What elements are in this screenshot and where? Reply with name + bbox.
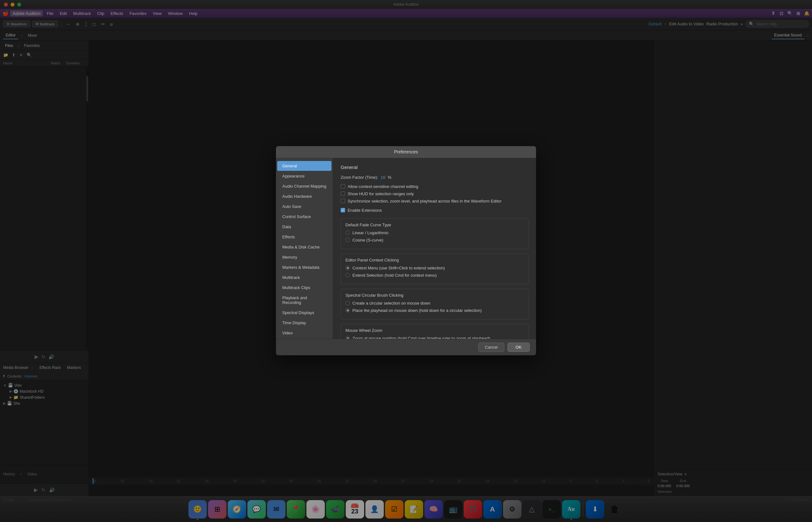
radio-create-circular-btn[interactable] [345,301,350,305]
radio-cosine-btn[interactable] [345,238,350,242]
radio-extend-sel-btn[interactable] [345,273,350,277]
checkbox-ext-label: Enable Extensions [348,208,382,213]
nav-item-multitrack-clips[interactable]: Multitrack Clips [277,283,331,293]
zoom-factor-value[interactable]: 10 [381,175,385,180]
radio-extend-sel: Extend Selection (hold Cmd for context m… [345,273,524,278]
nav-item-time-display[interactable]: Time Display [277,318,331,328]
nav-item-markers-metadata[interactable]: Markers & Metadata [277,262,331,272]
radio-place-playhead-btn[interactable] [345,308,350,313]
dialog-title: Preferences [394,149,418,154]
cancel-button[interactable]: Cancel [478,343,504,352]
nav-item-data[interactable]: Data [277,222,331,232]
nav-item-spectral[interactable]: Spectral Displays [277,308,331,318]
checkbox-enable-ext[interactable] [341,208,345,212]
nav-item-multitrack[interactable]: Multitrack [277,273,331,282]
preferences-dialog: Preferences General Appearance Audio Cha… [276,146,536,355]
zoom-factor-row: Zoom Factor (Time): 10 % [341,175,528,180]
checkbox-ctx-label: Allow context-sensitive channel editing [348,184,418,189]
radio-linear: Linear / Logarithmic [345,230,524,235]
radio-context-menu-label: Context Menu (use Shift+Click to extend … [352,266,445,270]
editor-context-title: Editor Panel Context Clicking [345,258,524,262]
nav-item-media-disk[interactable]: Media & Disk Cache [277,242,331,252]
nav-item-video[interactable]: Video [277,328,331,338]
ok-button[interactable]: OK [507,343,530,352]
checkbox-ctx-channel[interactable] [341,184,345,188]
nav-item-appearance[interactable]: Appearance [277,171,331,181]
nav-item-effects[interactable]: Effects [277,232,331,242]
dialog-footer: Cancel OK [276,339,536,355]
checkbox-sync-sel[interactable] [341,199,345,203]
radio-cosine-label: Cosine (S-curve) [352,238,384,242]
preferences-nav: General Appearance Audio Channel Mapping… [276,158,333,339]
radio-context-menu: Context Menu (use Shift+Click to extend … [345,266,524,270]
nav-item-memory[interactable]: Memory [277,252,331,262]
mouse-wheel-title: Mouse Wheel Zoom [345,328,524,333]
checkbox-sync-label: Synchronize selection, zoom level, and p… [348,199,501,203]
checkbox-row-sync: Synchronize selection, zoom level, and p… [341,199,528,203]
nav-item-general[interactable]: General [277,161,331,171]
nav-item-control-surface[interactable]: Control Surface [277,212,331,222]
pref-section-title: General [341,164,528,170]
zoom-factor-label: Zoom Factor (Time): [341,175,378,180]
radio-zoom-mouse-label: Zoom at mouse position (hold Cmd over ti… [352,336,490,339]
nav-item-audio-hardware[interactable]: Audio Hardware [277,192,331,201]
checkbox-row-hud: Show HUD for selection ranges only [341,192,528,196]
mouse-wheel-group: Mouse Wheel Zoom Zoom at mouse position … [341,324,528,339]
spectral-brush-title: Spectral Circular Brush Clicking [345,293,524,298]
spectral-brush-group: Spectral Circular Brush Clicking Create … [341,289,528,320]
dialog-body: General Appearance Audio Channel Mapping… [276,158,536,339]
fade-curve-title: Default Fade Curve Type [345,222,524,227]
radio-linear-btn[interactable] [345,230,350,235]
preferences-content: General Zoom Factor (Time): 10 % Allow c… [333,158,536,339]
radio-create-circular-label: Create a circular selection on mouse dow… [352,301,430,305]
radio-zoom-mouse-btn[interactable] [345,336,350,339]
dialog-titlebar: Preferences [276,146,536,158]
checkbox-row-ext: Enable Extensions [341,208,528,213]
radio-linear-label: Linear / Logarithmic [352,230,389,235]
checkbox-show-hud[interactable] [341,192,345,196]
nav-item-audio-channel[interactable]: Audio Channel Mapping [277,181,331,191]
editor-context-group: Editor Panel Context Clicking Context Me… [341,254,528,284]
nav-item-playback-recording[interactable]: Playback and Recording [277,293,331,307]
radio-context-menu-btn[interactable] [345,266,350,270]
checkbox-row-ctx: Allow context-sensitive channel editing [341,184,528,189]
radio-cosine: Cosine (S-curve) [345,238,524,242]
radio-zoom-mouse: Zoom at mouse position (hold Cmd over ti… [345,336,524,339]
zoom-factor-unit: % [388,175,391,180]
radio-place-playhead-label: Place the playhead on mouse down (hold d… [352,308,482,313]
modal-overlay: Preferences General Appearance Audio Cha… [0,0,812,522]
radio-extend-sel-label: Extend Selection (hold Cmd for context m… [352,273,437,278]
checkbox-hud-label: Show HUD for selection ranges only [348,192,414,196]
radio-place-playhead: Place the playhead on mouse down (hold d… [345,308,524,313]
nav-item-auto-save[interactable]: Auto Save [277,202,331,212]
fade-curve-group: Default Fade Curve Type Linear / Logarit… [341,218,528,249]
radio-create-circular: Create a circular selection on mouse dow… [345,301,524,305]
